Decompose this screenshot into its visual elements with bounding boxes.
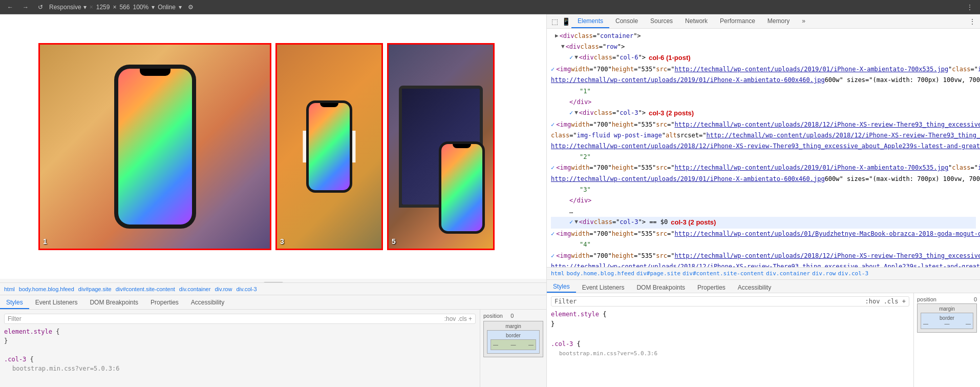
arrow-container[interactable]: ▶ <box>555 31 559 40</box>
breadcrumb-col3[interactable]: div.col-3 <box>236 286 257 292</box>
reload-button[interactable]: ↺ <box>35 3 46 12</box>
dom-line-row[interactable]: ▼ <div class =" row "> <box>551 42 976 52</box>
link-srcset2[interactable]: http://techmall/wp-content/uploads/2018/… <box>706 131 980 140</box>
dt-tab-dom-breakpoints[interactable]: DOM Breakpoints <box>630 282 691 293</box>
dom-line-img2[interactable]: ✓ <img width="700" height="535" src=" ht… <box>551 119 976 130</box>
back-button[interactable]: ← <box>4 3 16 12</box>
dom-line-img1[interactable]: ✓ <img width="700" height="535" src=" ht… <box>551 64 976 75</box>
dt-bc-col3[interactable]: div.col-3 <box>838 270 868 277</box>
viewport-height: 566 <box>119 4 130 11</box>
breadcrumb-container[interactable]: div.container <box>179 286 211 292</box>
devtools-tabs: ⬚ 📱 Elements Console Sources Network Per… <box>547 14 980 29</box>
dom-line-col3-second[interactable]: ✓ ▼ <div class =" col-3 "> == $0 col-3 (… <box>551 217 976 229</box>
dt-filter-bar[interactable]: Filter :hov .cls + <box>551 296 909 307</box>
badge-col6: col-6 (1-post) <box>649 53 691 64</box>
close-col3-1: </div> <box>569 196 591 206</box>
dom-tree-content: ▶ <div class =" container "> ▼ <div clas… <box>547 29 980 267</box>
dt-tab-event-listeners[interactable]: Event Listeners <box>576 282 631 293</box>
phone-small-2 <box>439 141 485 234</box>
attr-val-row: row <box>606 42 617 52</box>
breadcrumb-site[interactable]: div#content.site-content <box>116 286 175 292</box>
tab-properties[interactable]: Properties <box>144 297 185 309</box>
dom-line-num1: "1" <box>551 86 976 97</box>
dom-line-close-col6: </div> <box>551 97 976 108</box>
arrow-col6[interactable]: ▼ <box>574 53 578 62</box>
tag-img1: <img <box>556 65 571 74</box>
horizontal-scrollbar[interactable] <box>263 282 284 282</box>
dom-line-img5[interactable]: ✓ <img width="700" height="535" src=" ht… <box>551 251 976 261</box>
link-img3[interactable]: http://techmall/wp-content/uploads/2019/… <box>674 163 948 173</box>
dt-tab-styles[interactable]: Styles <box>547 281 576 293</box>
dt-tab-properties[interactable]: Properties <box>691 282 732 293</box>
tab-more[interactable]: » <box>796 14 812 28</box>
dom-line-img3b: http://techmall/wp-content/uploads/2019/… <box>551 174 976 185</box>
breadcrumb-row[interactable]: div.row <box>215 286 232 292</box>
breadcrumb-page[interactable]: div#page.site <box>78 286 112 292</box>
tab-network[interactable]: Network <box>679 14 714 28</box>
device-icon[interactable]: 📱 <box>560 16 571 27</box>
link-img1[interactable]: http://techmall/wp-content/uploads/2019/… <box>674 65 948 74</box>
dt-bc-container[interactable]: div.container <box>766 270 810 277</box>
grid-item-col3-first[interactable]: col-3 2-posts 3 <box>275 43 383 250</box>
tab-event-listeners[interactable]: Event Listeners <box>29 297 84 309</box>
check-img4: ✓ <box>551 229 555 239</box>
link-img2[interactable]: http://techmall/wp-content/uploads/2018/… <box>674 120 980 130</box>
dt-bc-content[interactable]: div#content.site-content <box>683 270 764 277</box>
arrow-row[interactable]: ▼ <box>561 42 565 51</box>
dt-tab-accessibility[interactable]: Accessibility <box>732 282 777 293</box>
breadcrumb-body[interactable]: body.home.blog.hfeed <box>19 286 74 292</box>
dt-bc-html[interactable]: html <box>551 270 565 277</box>
code-element-style: element.style <box>4 328 52 335</box>
phone-screen <box>441 144 482 231</box>
tab-sources[interactable]: Sources <box>644 14 679 28</box>
tab-dom-breakpoints[interactable]: DOM Breakpoints <box>83 297 144 309</box>
arrow-col3-2[interactable]: ▼ <box>574 217 578 227</box>
forward-button[interactable]: → <box>19 3 32 12</box>
scrollbar-area <box>0 279 546 282</box>
tab-elements[interactable]: Elements <box>571 14 609 28</box>
col6-image-bg <box>40 45 270 249</box>
dom-line-container[interactable]: ▶ <div class =" container "> <box>551 31 976 42</box>
more-options[interactable]: ⋮ <box>964 3 976 12</box>
dom-line-close-col3-1: </div> <box>551 195 976 206</box>
tab-console[interactable]: Console <box>609 14 644 28</box>
tab-performance[interactable]: Performance <box>714 14 761 28</box>
dt-border-row: — — — <box>923 321 971 327</box>
settings-icon[interactable]: ⚙ <box>185 3 197 12</box>
link-img5b[interactable]: http://techmall/wp-content/uploads/2018/… <box>551 262 980 267</box>
link-img1b[interactable]: http://techmall/wp-content/uploads/2019/… <box>551 75 825 85</box>
grid-item-number-1: 1 <box>43 237 47 246</box>
tag-img4: <img <box>556 229 571 239</box>
dom-ellipsis[interactable]: … <box>569 207 573 216</box>
col3-second-image-bg <box>389 45 493 249</box>
tab-accessibility[interactable]: Accessibility <box>185 297 230 309</box>
code-line-4: .col-3 { <box>4 355 476 364</box>
tab-styles[interactable]: Styles <box>0 297 29 309</box>
dt-bc-page[interactable]: div#page.site <box>636 270 680 277</box>
check-img5: ✓ <box>551 251 555 261</box>
dom-line-img5b: http://techmall/wp-content/uploads/2018/… <box>551 261 976 267</box>
dom-line-ellipsis[interactable]: … <box>551 206 976 217</box>
dom-line-img4[interactable]: ✓ <img width="700" height="535" src=" ht… <box>551 229 976 239</box>
dom-line-col3-first[interactable]: ✓ ▼ <div class =" col-3 "> col-3 (2 post… <box>551 108 976 119</box>
dt-filter-label: Filter <box>555 298 577 305</box>
check-col3-2: ✓ <box>569 217 573 227</box>
link-img2c[interactable]: http://techmall/wp-content/uploads/2018/… <box>551 141 980 151</box>
arrow-col3-1[interactable]: ▼ <box>574 108 578 117</box>
link-img4[interactable]: http://techmall/wp-content/uploads/01/By… <box>674 229 980 239</box>
inspect-icon[interactable]: ⬚ <box>549 16 560 27</box>
close-devtools-icon[interactable]: ⋮ <box>967 16 978 27</box>
dom-line-col6[interactable]: ✓ ▼ <div class =" col-6 "> col-6 (1-post… <box>551 52 976 64</box>
grid-item-col6[interactable]: COL-6 1-post 1 <box>38 43 271 250</box>
grid-item-col3-second[interactable]: col-3 2-posts 5 <box>387 43 495 250</box>
check-img3: ✓ <box>551 163 555 173</box>
dt-bc-row[interactable]: div.row <box>812 270 836 277</box>
link-img3b[interactable]: http://techmall/wp-content/uploads/2019/… <box>551 174 825 184</box>
link-img5[interactable]: http://techmall/wp-content/uploads/2018/… <box>674 251 980 261</box>
phone-screen <box>309 103 350 190</box>
tab-memory[interactable]: Memory <box>761 14 796 28</box>
dom-line-img3[interactable]: ✓ <img width="700" height="535" src=" ht… <box>551 162 976 173</box>
dt-bc-body[interactable]: body.home.blog.hfeed <box>567 270 634 277</box>
check-img2: ✓ <box>551 120 555 130</box>
breadcrumb-html[interactable]: html <box>4 286 15 292</box>
